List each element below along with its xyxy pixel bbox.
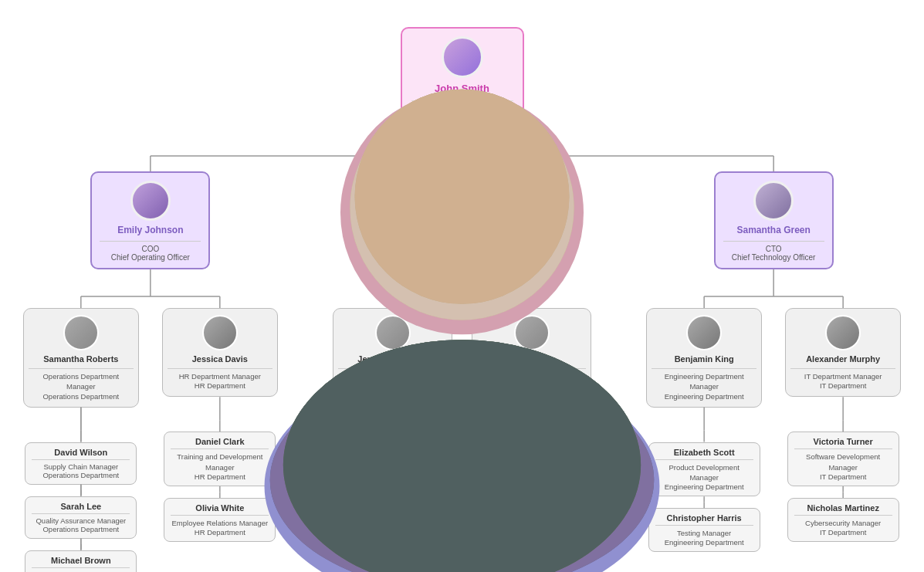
mgr5-dept: IT Department bbox=[820, 381, 867, 390]
rpt-card-3-0[interactable]: Laura Rodriguez Investments Manager Trea… bbox=[475, 432, 589, 476]
rpt-card-0-2[interactable]: Michael Brown Production Manager Operati… bbox=[25, 550, 137, 572]
rpt-role-3-1: Risk Management Manager bbox=[482, 508, 582, 518]
rpt-name-3-1: Eric Hall bbox=[482, 493, 582, 503]
mgr-col-4: Benjamin King Engineering Department Man… bbox=[646, 308, 762, 552]
rpt-dept-0-0: Operations Department bbox=[32, 471, 130, 479]
mgr4-avatar bbox=[686, 315, 722, 350]
ceo-level: John Smith CEO Chief Executive Officer bbox=[0, 12, 924, 129]
rpt-dept-0-1: Operations Department bbox=[32, 525, 130, 533]
ceo-role: CEO bbox=[454, 104, 471, 113]
vp-card-2[interactable]: Samantha Green CTO Chief Technology Offi… bbox=[714, 171, 834, 269]
vp-card-0[interactable]: Emily Johnson COO Chief Operating Office… bbox=[90, 171, 210, 269]
mgr1-dept: HR Department bbox=[195, 381, 245, 390]
vp-card-1[interactable]: Matthew Taylor CFO Chief Financial Offic… bbox=[402, 171, 522, 269]
mgr-card-0[interactable]: Samantha Roberts Operations Department M… bbox=[23, 308, 139, 408]
vp1-name: Matthew Taylor bbox=[428, 225, 495, 235]
rpt-card-1-1[interactable]: Olivia White Employee Relations Manager … bbox=[164, 498, 276, 542]
rpt-name-0-0: David Wilson bbox=[32, 448, 130, 457]
mgr2-role: Finance Department Manager bbox=[344, 371, 441, 381]
rpt-name-0-2: Michael Brown bbox=[32, 556, 130, 565]
rpt-name-0-1: Sarah Lee bbox=[32, 502, 130, 511]
rpt-name-5-1: Nicholas Martinez bbox=[794, 503, 892, 513]
rpt-role-2-0: Financial Planning and Analysis Manager bbox=[343, 452, 443, 472]
rpt-card-0-0[interactable]: David Wilson Supply Chain Manager Operat… bbox=[25, 442, 137, 485]
ceo-full-role: Chief Executive Officer bbox=[423, 113, 502, 121]
vp2-avatar bbox=[753, 181, 794, 221]
rpt-role-4-1: Testing Manager bbox=[655, 528, 753, 538]
vp1-managers: Jennifer Martinez Finance Department Man… bbox=[333, 269, 591, 542]
vp-col-2: Samantha Green CTO Chief Technology Offi… bbox=[623, 171, 924, 572]
rpt-role-2-1: Taxation Manager bbox=[343, 518, 443, 528]
mgr2-name: Jennifer Martinez bbox=[357, 354, 427, 364]
mgr3-dept: Treasury Department bbox=[497, 381, 566, 390]
mgr-col-3: Ryan Garcia Treasury Department Manager … bbox=[472, 308, 591, 542]
vp-level: Emily Johnson COO Chief Operating Office… bbox=[0, 129, 924, 572]
rpt-role-3-0: Investments Manager bbox=[482, 452, 582, 462]
rpt-card-1-0[interactable]: Daniel Clark Training and Development Ma… bbox=[164, 432, 276, 486]
rpt-name-2-1: Amanda Thompson bbox=[343, 503, 443, 513]
rpt-dept-3-1: Treasury Department bbox=[482, 518, 582, 526]
rpt-role-1-0: Training and Development Manager bbox=[171, 452, 269, 472]
mgr4-dept: Engineering Department bbox=[665, 392, 744, 401]
rpt-card-5-0[interactable]: Victoria Turner Software Development Man… bbox=[787, 432, 899, 486]
rpt-col-0: David Wilson Supply Chain Manager Operat… bbox=[25, 408, 137, 572]
vp0-managers: Samantha Roberts Operations Department M… bbox=[23, 269, 278, 572]
mgr2-avatar bbox=[375, 315, 411, 350]
vp0-name: Emily Johnson bbox=[117, 225, 183, 235]
mgr-card-1[interactable]: Jessica Davis HR Department Manager HR D… bbox=[162, 308, 278, 397]
rpt-name-2-0: Kevin Anderson bbox=[343, 437, 443, 446]
ceo-avatar bbox=[442, 36, 483, 78]
rpt-role-5-0: Software Development Manager bbox=[794, 452, 892, 472]
mgr3-name: Ryan Garcia bbox=[506, 354, 556, 364]
mgr5-name: Alexander Murphy bbox=[806, 354, 880, 364]
ceo-card[interactable]: John Smith CEO Chief Executive Officer bbox=[401, 27, 524, 129]
ceo-name: John Smith bbox=[435, 83, 489, 94]
vp0-full-role: Chief Operating Officer bbox=[111, 253, 190, 262]
rpt-col-2: Kevin Anderson Financial Planning and An… bbox=[336, 397, 450, 542]
rpt-name-3-0: Laura Rodriguez bbox=[482, 437, 582, 446]
mgr-card-2[interactable]: Jennifer Martinez Finance Department Man… bbox=[333, 308, 452, 397]
org-chart: John Smith CEO Chief Executive Officer E… bbox=[0, 0, 924, 572]
mgr2-dept: Finance Department bbox=[359, 381, 425, 390]
mgr-col-5: Alexander Murphy IT Department Manager I… bbox=[785, 308, 901, 552]
rpt-role-4-0: Product Development Manager bbox=[655, 462, 753, 483]
rpt-name-4-1: Christopher Harris bbox=[655, 513, 753, 523]
rpt-card-4-1[interactable]: Christopher Harris Testing Manager Engin… bbox=[648, 508, 760, 552]
rpt-dept-5-1: IT Department bbox=[794, 528, 892, 536]
rpt-col-4: Elizabeth Scott Product Development Mana… bbox=[648, 408, 760, 553]
rpt-dept-2-0: Finance Department bbox=[343, 472, 443, 481]
vp2-managers: Benjamin King Engineering Department Man… bbox=[646, 269, 901, 552]
mgr-card-4[interactable]: Benjamin King Engineering Department Man… bbox=[646, 308, 762, 408]
rpt-dept-4-0: Engineering Department bbox=[655, 482, 753, 491]
mgr1-avatar bbox=[202, 315, 238, 350]
rpt-card-2-0[interactable]: Kevin Anderson Financial Planning and An… bbox=[336, 432, 450, 486]
mgr4-name: Benjamin King bbox=[675, 354, 734, 364]
rpt-col-1: Daniel Clark Training and Development Ma… bbox=[164, 397, 276, 542]
mgr0-dept: Operations Department bbox=[42, 392, 119, 401]
rpt-role-5-1: Cybersecurity Manager bbox=[794, 518, 892, 528]
rpt-col-3: Laura Rodriguez Investments Manager Trea… bbox=[475, 397, 589, 532]
mgr4-role: Engineering Department Manager bbox=[652, 371, 756, 392]
mgr-card-3[interactable]: Ryan Garcia Treasury Department Manager … bbox=[472, 308, 591, 397]
mgr-col-0: Samantha Roberts Operations Department M… bbox=[23, 308, 139, 572]
rpt-card-2-1[interactable]: Amanda Thompson Taxation Manager Finance… bbox=[336, 498, 450, 542]
rpt-dept-5-0: IT Department bbox=[794, 472, 892, 481]
vp1-role: CFO bbox=[454, 245, 470, 253]
vp1-full-role: Chief Financial Officer bbox=[424, 253, 499, 262]
vp-col-1: Matthew Taylor CFO Chief Financial Offic… bbox=[301, 171, 624, 572]
mgr1-role: HR Department Manager bbox=[179, 371, 261, 381]
rpt-role-0-1: Quality Assurance Manager bbox=[32, 516, 130, 525]
rpt-dept-1-1: HR Department bbox=[171, 528, 269, 536]
rpt-card-4-0[interactable]: Elizabeth Scott Product Development Mana… bbox=[648, 442, 760, 497]
rpt-role-0-0: Supply Chain Manager bbox=[32, 462, 130, 471]
vp2-full-role: Chief Technology Officer bbox=[732, 253, 816, 262]
vp0-role: COO bbox=[141, 245, 159, 253]
rpt-card-3-1[interactable]: Eric Hall Risk Management Manager Treasu… bbox=[475, 488, 589, 532]
rpt-card-5-1[interactable]: Nicholas Martinez Cybersecurity Manager … bbox=[787, 498, 899, 542]
vp0-avatar bbox=[130, 181, 171, 221]
rpt-card-0-1[interactable]: Sarah Lee Quality Assurance Manager Oper… bbox=[25, 496, 137, 539]
mgr-col-1: Jessica Davis HR Department Manager HR D… bbox=[162, 308, 278, 572]
mgr-card-5[interactable]: Alexander Murphy IT Department Manager I… bbox=[785, 308, 901, 397]
mgr3-role: Treasury Department Manager bbox=[482, 371, 582, 381]
mgr-col-2: Jennifer Martinez Finance Department Man… bbox=[333, 308, 452, 542]
